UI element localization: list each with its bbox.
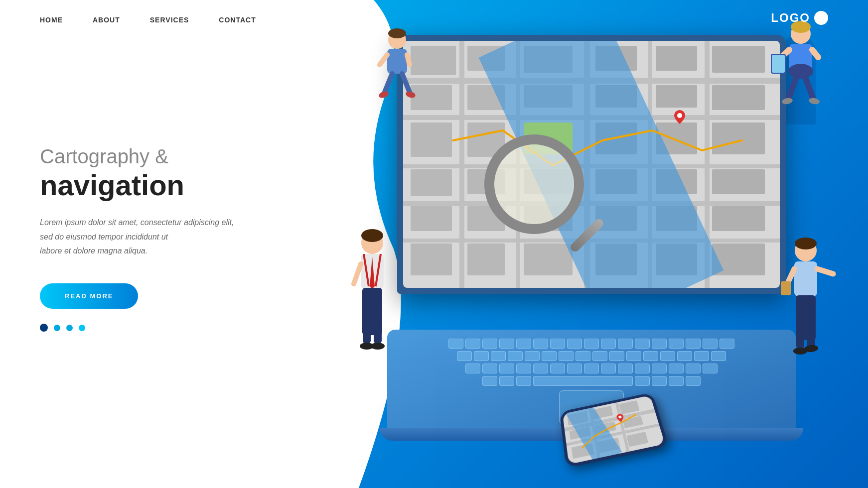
svg-rect-40 <box>796 314 804 349</box>
svg-point-0 <box>677 113 682 118</box>
logo-text: LOGO <box>771 11 810 25</box>
key-row-3 <box>465 364 718 373</box>
illustration-container <box>330 20 853 468</box>
svg-rect-41 <box>807 314 815 349</box>
key-row-2 <box>457 351 726 361</box>
dot-1[interactable] <box>40 324 48 332</box>
logo: LOGO <box>771 11 828 25</box>
nav-links: HOME ABOUT SERVICES CONTACT <box>40 15 256 24</box>
svg-line-18 <box>788 79 796 99</box>
svg-line-33 <box>354 264 361 284</box>
svg-line-7 <box>402 74 410 92</box>
person-stand-left <box>345 229 400 368</box>
svg-rect-44 <box>781 281 791 295</box>
key-row-1 <box>448 339 734 349</box>
person-top-left <box>370 27 425 117</box>
nav-home[interactable]: HOME <box>40 16 63 24</box>
nav-about[interactable]: ABOUT <box>93 16 120 24</box>
svg-rect-30 <box>374 309 382 344</box>
nav-services[interactable]: SERVICES <box>150 16 189 24</box>
hero-description: Lorem ipsum dolor sit amet, consectetur … <box>40 216 234 258</box>
read-more-button[interactable]: READ MORE <box>40 283 138 309</box>
hero-content: Cartography & navigation Lorem ipsum dol… <box>40 144 234 332</box>
magnifying-glass <box>484 134 599 249</box>
svg-point-13 <box>788 64 813 79</box>
svg-point-9 <box>405 91 416 99</box>
svg-rect-29 <box>363 309 371 344</box>
nav-contact[interactable]: CONTACT <box>219 16 256 24</box>
svg-line-5 <box>407 55 410 65</box>
hero-subtitle: Cartography & <box>40 144 234 168</box>
dot-3[interactable] <box>66 325 73 331</box>
svg-line-15 <box>812 50 818 57</box>
svg-line-38 <box>817 269 833 274</box>
svg-line-4 <box>380 55 387 65</box>
logo-dot-icon <box>814 11 828 25</box>
svg-point-32 <box>371 343 385 350</box>
svg-rect-36 <box>794 261 817 296</box>
svg-line-6 <box>385 74 392 92</box>
hero-title: navigation <box>40 170 234 201</box>
svg-rect-3 <box>387 49 407 74</box>
dot-4[interactable] <box>79 325 85 331</box>
navigation: HOME ABOUT SERVICES CONTACT <box>0 0 868 40</box>
location-pin <box>674 110 685 124</box>
svg-rect-17 <box>772 55 785 73</box>
carousel-dots <box>40 324 234 332</box>
dot-2[interactable] <box>54 325 60 331</box>
svg-point-23 <box>361 229 383 242</box>
person-stand-right <box>778 237 838 371</box>
key-row-space <box>482 376 701 386</box>
svg-line-19 <box>806 79 813 99</box>
svg-point-35 <box>795 238 817 249</box>
